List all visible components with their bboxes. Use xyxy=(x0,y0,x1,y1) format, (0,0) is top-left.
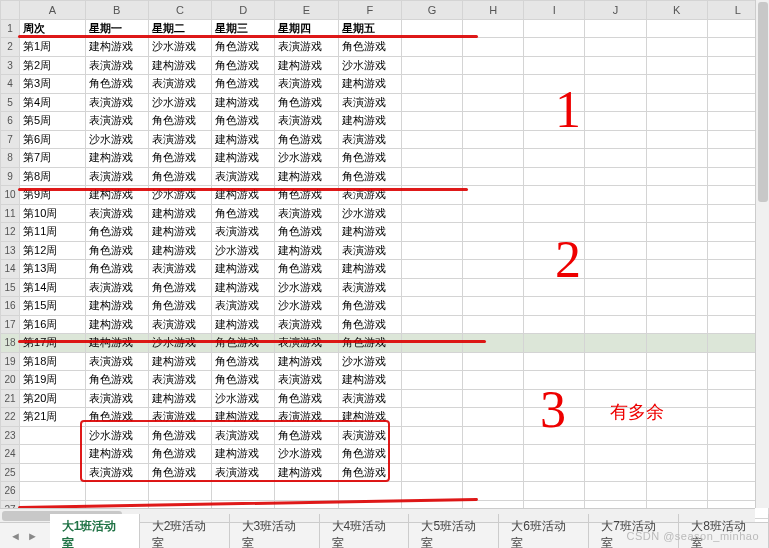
cell[interactable]: 角色游戏 xyxy=(85,408,148,427)
cell[interactable] xyxy=(401,167,462,186)
cell[interactable]: 建构游戏 xyxy=(85,297,148,316)
cell[interactable]: 沙水游戏 xyxy=(85,130,148,149)
cell[interactable]: 星期一 xyxy=(85,19,148,38)
cell[interactable]: 第13周 xyxy=(20,260,85,279)
cell[interactable] xyxy=(524,445,585,464)
cell[interactable]: 第16周 xyxy=(20,315,85,334)
cell[interactable] xyxy=(646,112,707,131)
cell[interactable]: 第7周 xyxy=(20,149,85,168)
sheet-tab[interactable]: 大5班活动室 xyxy=(409,514,499,549)
row-header[interactable]: 12 xyxy=(1,223,20,242)
cell[interactable]: 沙水游戏 xyxy=(148,186,211,205)
cell[interactable]: 第14周 xyxy=(20,278,85,297)
cell[interactable] xyxy=(463,315,524,334)
chevron-left-icon[interactable]: ◄ xyxy=(10,530,21,542)
col-header-I[interactable]: I xyxy=(524,1,585,20)
cell[interactable] xyxy=(524,93,585,112)
cell[interactable]: 角色游戏 xyxy=(338,38,401,57)
cell[interactable] xyxy=(585,19,646,38)
cell[interactable]: 角色游戏 xyxy=(85,223,148,242)
row-header[interactable]: 11 xyxy=(1,204,20,223)
cell[interactable]: 沙水游戏 xyxy=(275,445,338,464)
cell[interactable]: 角色游戏 xyxy=(148,112,211,131)
col-header-A[interactable]: A xyxy=(20,1,85,20)
sheet-tab[interactable]: 大1班活动室 xyxy=(50,514,140,549)
cell[interactable]: 角色游戏 xyxy=(275,389,338,408)
cell[interactable]: 建构游戏 xyxy=(212,93,275,112)
cell[interactable]: 建构游戏 xyxy=(212,408,275,427)
cell[interactable] xyxy=(463,38,524,57)
row-header[interactable]: 20 xyxy=(1,371,20,390)
cell[interactable] xyxy=(524,19,585,38)
cell[interactable] xyxy=(646,75,707,94)
cell[interactable] xyxy=(585,186,646,205)
cell[interactable]: 表演游戏 xyxy=(148,75,211,94)
col-header-J[interactable]: J xyxy=(585,1,646,20)
cell[interactable]: 第12周 xyxy=(20,241,85,260)
cell[interactable]: 角色游戏 xyxy=(212,112,275,131)
cell[interactable] xyxy=(585,167,646,186)
cell[interactable] xyxy=(585,56,646,75)
cell[interactable]: 第10周 xyxy=(20,204,85,223)
row-header[interactable]: 10 xyxy=(1,186,20,205)
row-header[interactable]: 8 xyxy=(1,149,20,168)
cell[interactable]: 第19周 xyxy=(20,371,85,390)
cell[interactable] xyxy=(524,352,585,371)
cell[interactable] xyxy=(463,371,524,390)
cell[interactable]: 表演游戏 xyxy=(85,389,148,408)
cell[interactable]: 表演游戏 xyxy=(148,130,211,149)
cell[interactable] xyxy=(401,445,462,464)
cell[interactable] xyxy=(524,149,585,168)
cell[interactable] xyxy=(401,19,462,38)
cell[interactable]: 建构游戏 xyxy=(275,352,338,371)
cell[interactable] xyxy=(646,445,707,464)
cell[interactable]: 角色游戏 xyxy=(148,297,211,316)
cell[interactable] xyxy=(585,371,646,390)
cell[interactable]: 表演游戏 xyxy=(212,463,275,482)
cell[interactable] xyxy=(463,408,524,427)
cell[interactable] xyxy=(646,408,707,427)
cell[interactable] xyxy=(646,38,707,57)
sheet-nav-arrows[interactable]: ◄ ► xyxy=(10,530,38,542)
cell[interactable]: 表演游戏 xyxy=(212,426,275,445)
cell[interactable]: 建构游戏 xyxy=(148,56,211,75)
cell[interactable]: 角色游戏 xyxy=(338,315,401,334)
cell[interactable]: 第15周 xyxy=(20,297,85,316)
cell[interactable]: 建构游戏 xyxy=(338,223,401,242)
cell[interactable]: 表演游戏 xyxy=(148,408,211,427)
cell[interactable]: 表演游戏 xyxy=(148,371,211,390)
cell[interactable] xyxy=(401,223,462,242)
cell[interactable]: 角色游戏 xyxy=(338,149,401,168)
cell[interactable] xyxy=(463,297,524,316)
cell[interactable] xyxy=(463,167,524,186)
cell[interactable] xyxy=(585,38,646,57)
cell[interactable] xyxy=(401,241,462,260)
cell[interactable]: 角色游戏 xyxy=(275,186,338,205)
cell[interactable] xyxy=(20,482,85,501)
cell[interactable]: 表演游戏 xyxy=(275,408,338,427)
cell[interactable] xyxy=(463,278,524,297)
sheet-tab[interactable]: 大2班活动室 xyxy=(140,514,230,549)
cell[interactable] xyxy=(646,149,707,168)
cell[interactable] xyxy=(463,223,524,242)
row-header[interactable]: 25 xyxy=(1,463,20,482)
cell[interactable] xyxy=(585,482,646,501)
cell[interactable]: 沙水游戏 xyxy=(212,241,275,260)
cell[interactable]: 表演游戏 xyxy=(275,38,338,57)
cell[interactable] xyxy=(524,371,585,390)
cell[interactable]: 表演游戏 xyxy=(85,463,148,482)
cell[interactable] xyxy=(401,426,462,445)
cell[interactable]: 表演游戏 xyxy=(338,186,401,205)
cell[interactable]: 建构游戏 xyxy=(148,223,211,242)
cell[interactable]: 表演游戏 xyxy=(85,352,148,371)
row-header[interactable]: 24 xyxy=(1,445,20,464)
cell[interactable] xyxy=(585,204,646,223)
cell[interactable]: 建构游戏 xyxy=(148,352,211,371)
cell[interactable] xyxy=(646,389,707,408)
cell[interactable]: 角色游戏 xyxy=(338,463,401,482)
cell[interactable]: 角色游戏 xyxy=(148,445,211,464)
cell[interactable]: 建构游戏 xyxy=(85,445,148,464)
cell[interactable] xyxy=(585,241,646,260)
cell[interactable] xyxy=(646,167,707,186)
cell[interactable]: 第6周 xyxy=(20,130,85,149)
